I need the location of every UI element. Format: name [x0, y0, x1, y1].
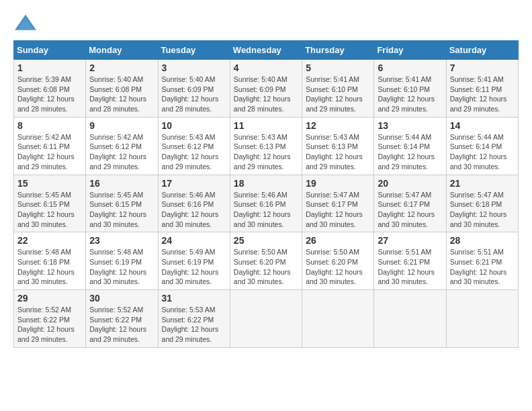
- weekday-header-cell: Sunday: [14, 41, 86, 60]
- day-info: Sunrise: 5:40 AM Sunset: 6:08 PM Dayligh…: [89, 75, 154, 114]
- day-number: 27: [378, 235, 442, 246]
- calendar-day-cell: 12 Sunrise: 5:43 AM Sunset: 6:13 PM Dayl…: [302, 117, 374, 175]
- day-number: 31: [162, 293, 226, 304]
- day-number: 24: [162, 235, 226, 246]
- day-info: Sunrise: 5:42 AM Sunset: 6:12 PM Dayligh…: [89, 132, 154, 172]
- day-info: Sunrise: 5:43 AM Sunset: 6:12 PM Dayligh…: [162, 132, 226, 172]
- calendar-day-cell: 16 Sunrise: 5:45 AM Sunset: 6:15 PM Dayl…: [86, 175, 158, 232]
- calendar-table: SundayMondayTuesdayWednesdayThursdayFrid…: [13, 40, 519, 348]
- calendar-day-cell: 17 Sunrise: 5:46 AM Sunset: 6:16 PM Dayl…: [158, 175, 230, 232]
- day-number: 13: [378, 120, 442, 131]
- day-info: Sunrise: 5:51 AM Sunset: 6:21 PM Dayligh…: [450, 247, 515, 287]
- day-info: Sunrise: 5:45 AM Sunset: 6:15 PM Dayligh…: [89, 190, 154, 230]
- day-info: Sunrise: 5:47 AM Sunset: 6:17 PM Dayligh…: [306, 190, 370, 230]
- calendar-day-cell: [302, 290, 374, 348]
- day-number: 5: [306, 62, 370, 73]
- calendar-day-cell: 3 Sunrise: 5:40 AM Sunset: 6:09 PM Dayli…: [158, 60, 230, 118]
- day-number: 26: [306, 235, 370, 246]
- day-info: Sunrise: 5:50 AM Sunset: 6:20 PM Dayligh…: [306, 247, 370, 287]
- calendar-day-cell: 4 Sunrise: 5:40 AM Sunset: 6:09 PM Dayli…: [230, 60, 302, 118]
- day-info: Sunrise: 5:44 AM Sunset: 6:14 PM Dayligh…: [450, 132, 515, 172]
- day-number: 10: [162, 120, 226, 131]
- calendar-day-cell: 26 Sunrise: 5:50 AM Sunset: 6:20 PM Dayl…: [302, 232, 374, 290]
- day-info: Sunrise: 5:43 AM Sunset: 6:13 PM Dayligh…: [306, 132, 370, 172]
- day-number: 20: [378, 178, 442, 189]
- calendar-day-cell: 19 Sunrise: 5:47 AM Sunset: 6:17 PM Dayl…: [302, 175, 374, 232]
- calendar-body: 1 Sunrise: 5:39 AM Sunset: 6:08 PM Dayli…: [14, 60, 519, 348]
- day-number: 6: [378, 62, 442, 73]
- day-info: Sunrise: 5:46 AM Sunset: 6:16 PM Dayligh…: [234, 190, 298, 230]
- day-info: Sunrise: 5:50 AM Sunset: 6:20 PM Dayligh…: [234, 247, 298, 287]
- calendar-day-cell: 25 Sunrise: 5:50 AM Sunset: 6:20 PM Dayl…: [230, 232, 302, 290]
- calendar-day-cell: 11 Sunrise: 5:43 AM Sunset: 6:13 PM Dayl…: [230, 117, 302, 175]
- day-number: 29: [17, 293, 82, 304]
- day-info: Sunrise: 5:39 AM Sunset: 6:08 PM Dayligh…: [17, 75, 82, 114]
- day-number: 1: [17, 62, 82, 73]
- calendar-week-row: 15 Sunrise: 5:45 AM Sunset: 6:15 PM Dayl…: [14, 175, 519, 232]
- day-number: 4: [234, 62, 298, 73]
- day-info: Sunrise: 5:52 AM Sunset: 6:22 PM Dayligh…: [89, 305, 154, 345]
- calendar-day-cell: 10 Sunrise: 5:43 AM Sunset: 6:12 PM Dayl…: [158, 117, 230, 175]
- day-info: Sunrise: 5:53 AM Sunset: 6:22 PM Dayligh…: [162, 305, 226, 345]
- day-number: 22: [17, 235, 82, 246]
- calendar-day-cell: 14 Sunrise: 5:44 AM Sunset: 6:14 PM Dayl…: [446, 117, 518, 175]
- weekday-header-cell: Friday: [374, 41, 446, 60]
- calendar-day-cell: 30 Sunrise: 5:52 AM Sunset: 6:22 PM Dayl…: [86, 290, 158, 348]
- day-info: Sunrise: 5:51 AM Sunset: 6:21 PM Dayligh…: [378, 247, 442, 287]
- day-info: Sunrise: 5:43 AM Sunset: 6:13 PM Dayligh…: [234, 132, 298, 172]
- calendar-day-cell: 21 Sunrise: 5:47 AM Sunset: 6:18 PM Dayl…: [446, 175, 518, 232]
- calendar-day-cell: 13 Sunrise: 5:44 AM Sunset: 6:14 PM Dayl…: [374, 117, 446, 175]
- logo-icon: [13, 13, 38, 34]
- day-number: 9: [89, 120, 154, 131]
- calendar-day-cell: [446, 290, 518, 348]
- calendar-day-cell: 6 Sunrise: 5:41 AM Sunset: 6:10 PM Dayli…: [374, 60, 446, 118]
- calendar-day-cell: 9 Sunrise: 5:42 AM Sunset: 6:12 PM Dayli…: [86, 117, 158, 175]
- calendar-week-row: 22 Sunrise: 5:48 AM Sunset: 6:18 PM Dayl…: [14, 232, 519, 290]
- day-number: 23: [89, 235, 154, 246]
- day-info: Sunrise: 5:52 AM Sunset: 6:22 PM Dayligh…: [17, 305, 82, 345]
- weekday-header-cell: Tuesday: [158, 41, 230, 60]
- day-number: 15: [17, 178, 82, 189]
- day-number: 25: [234, 235, 298, 246]
- day-info: Sunrise: 5:46 AM Sunset: 6:16 PM Dayligh…: [162, 190, 226, 230]
- day-number: 8: [17, 120, 82, 131]
- day-info: Sunrise: 5:41 AM Sunset: 6:10 PM Dayligh…: [306, 75, 370, 114]
- calendar-day-cell: 18 Sunrise: 5:46 AM Sunset: 6:16 PM Dayl…: [230, 175, 302, 232]
- weekday-header-row: SundayMondayTuesdayWednesdayThursdayFrid…: [14, 41, 519, 60]
- day-info: Sunrise: 5:47 AM Sunset: 6:17 PM Dayligh…: [378, 190, 442, 230]
- day-number: 28: [450, 235, 515, 246]
- calendar-day-cell: 28 Sunrise: 5:51 AM Sunset: 6:21 PM Dayl…: [446, 232, 518, 290]
- day-number: 14: [450, 120, 515, 131]
- calendar-day-cell: 15 Sunrise: 5:45 AM Sunset: 6:15 PM Dayl…: [14, 175, 86, 232]
- calendar-week-row: 29 Sunrise: 5:52 AM Sunset: 6:22 PM Dayl…: [14, 290, 519, 348]
- day-info: Sunrise: 5:40 AM Sunset: 6:09 PM Dayligh…: [234, 75, 298, 114]
- day-number: 18: [234, 178, 298, 189]
- day-info: Sunrise: 5:48 AM Sunset: 6:19 PM Dayligh…: [89, 247, 154, 287]
- day-number: 11: [234, 120, 298, 131]
- day-info: Sunrise: 5:48 AM Sunset: 6:18 PM Dayligh…: [17, 247, 82, 287]
- calendar-day-cell: 27 Sunrise: 5:51 AM Sunset: 6:21 PM Dayl…: [374, 232, 446, 290]
- calendar-day-cell: 24 Sunrise: 5:49 AM Sunset: 6:19 PM Dayl…: [158, 232, 230, 290]
- day-info: Sunrise: 5:49 AM Sunset: 6:19 PM Dayligh…: [162, 247, 226, 287]
- day-number: 16: [89, 178, 154, 189]
- day-info: Sunrise: 5:41 AM Sunset: 6:11 PM Dayligh…: [450, 75, 515, 114]
- calendar-day-cell: 23 Sunrise: 5:48 AM Sunset: 6:19 PM Dayl…: [86, 232, 158, 290]
- weekday-header-cell: Thursday: [302, 41, 374, 60]
- calendar-day-cell: 29 Sunrise: 5:52 AM Sunset: 6:22 PM Dayl…: [14, 290, 86, 348]
- day-number: 17: [162, 178, 226, 189]
- calendar-day-cell: 2 Sunrise: 5:40 AM Sunset: 6:08 PM Dayli…: [86, 60, 158, 118]
- day-number: 19: [306, 178, 370, 189]
- logo: [13, 13, 40, 34]
- weekday-header-cell: Monday: [86, 41, 158, 60]
- day-number: 30: [89, 293, 154, 304]
- calendar-day-cell: 31 Sunrise: 5:53 AM Sunset: 6:22 PM Dayl…: [158, 290, 230, 348]
- day-number: 2: [89, 62, 154, 73]
- day-info: Sunrise: 5:40 AM Sunset: 6:09 PM Dayligh…: [162, 75, 226, 114]
- calendar-day-cell: 20 Sunrise: 5:47 AM Sunset: 6:17 PM Dayl…: [374, 175, 446, 232]
- day-info: Sunrise: 5:45 AM Sunset: 6:15 PM Dayligh…: [17, 190, 82, 230]
- calendar-day-cell: 22 Sunrise: 5:48 AM Sunset: 6:18 PM Dayl…: [14, 232, 86, 290]
- page-header: [13, 13, 519, 34]
- weekday-header-cell: Wednesday: [230, 41, 302, 60]
- calendar-day-cell: 7 Sunrise: 5:41 AM Sunset: 6:11 PM Dayli…: [446, 60, 518, 118]
- calendar-week-row: 1 Sunrise: 5:39 AM Sunset: 6:08 PM Dayli…: [14, 60, 519, 118]
